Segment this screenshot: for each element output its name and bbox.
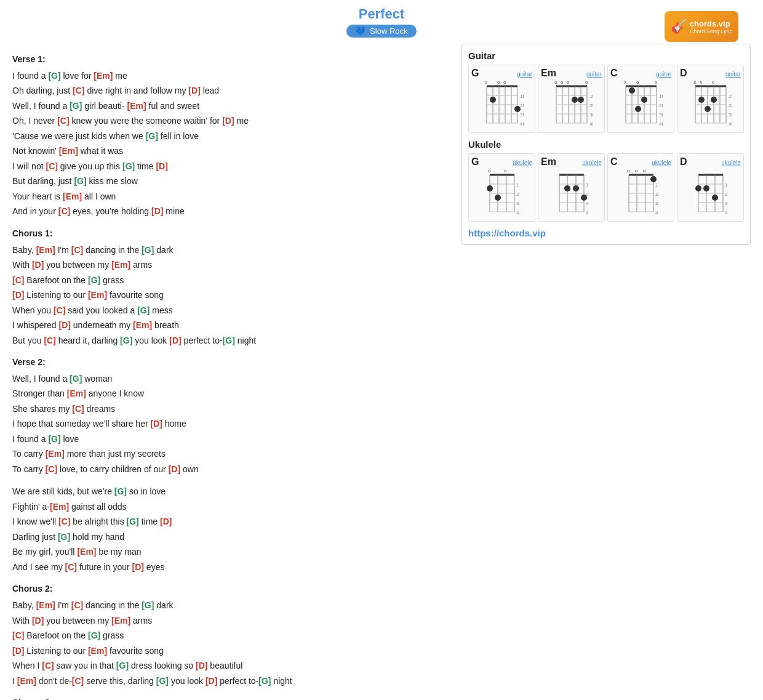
svg-text:2fr: 2fr xyxy=(516,191,519,197)
svg-text:o: o xyxy=(554,80,557,85)
svg-text:3fr: 3fr xyxy=(516,201,519,206)
chord-C-ukulele: C ukulele 1 xyxy=(607,153,674,222)
verse1-heading: Verse 1: xyxy=(12,52,449,67)
bridge-lyrics: We are still kids, but we're [G] so in l… xyxy=(12,484,449,574)
svg-point-58 xyxy=(641,97,647,103)
song-header: Perfect 💙 Slow Rock xyxy=(12,6,751,38)
lyric-line: [D] Listening to our [Em] favourite song xyxy=(12,643,449,659)
svg-text:3fr: 3fr xyxy=(655,201,658,206)
chord-box: Guitar G guitar xyxy=(461,44,751,245)
genre-badge: 💙 Slow Rock xyxy=(346,25,416,38)
lyric-line: And in your [C] eyes, you're holding [D]… xyxy=(12,204,449,219)
lyric-line: And I see my [C] future in your [D] eyes xyxy=(12,560,449,575)
svg-text:4fr: 4fr xyxy=(729,121,732,127)
lyric-line: We are still kids, but we're [G] so in l… xyxy=(12,484,449,499)
chord-Em-guitar: Em guitar xyxy=(538,65,605,133)
svg-text:o: o xyxy=(504,169,507,174)
lyric-line: But you [C] heard it, darling [G] you lo… xyxy=(12,333,449,348)
svg-text:o: o xyxy=(567,80,570,85)
lyric-line: With [D] you between my [Em] arms xyxy=(12,613,449,629)
chord-D-guitar: D guitar xyxy=(677,65,744,133)
svg-text:o: o xyxy=(585,80,588,85)
svg-text:3fr: 3fr xyxy=(725,201,728,206)
chord-column: Guitar G guitar xyxy=(461,44,751,700)
lyric-line: To carry [C] love, to carry children of … xyxy=(12,462,449,477)
svg-point-96 xyxy=(487,185,493,191)
svg-text:x: x xyxy=(700,80,703,85)
lyrics-column: Verse 1: I found a [G] love for [Em] meO… xyxy=(12,44,449,700)
lyric-line: When I [C] saw you in that [G] dress loo… xyxy=(12,658,449,674)
svg-text:o: o xyxy=(488,169,491,174)
lyric-line: I know we'll [C] be alright this [G] tim… xyxy=(12,514,449,529)
ukulele-label: Ukulele xyxy=(468,139,744,150)
chord-Em-ukulele: Em ukulele xyxy=(538,153,605,222)
svg-point-115 xyxy=(581,195,587,201)
svg-text:2fr: 2fr xyxy=(589,103,593,108)
lyric-line: Stronger than [Em] anyone I know xyxy=(12,386,449,401)
lyric-line: Darling just [G] hold my hand xyxy=(12,529,449,545)
svg-point-59 xyxy=(635,106,641,112)
svg-point-146 xyxy=(695,185,701,191)
svg-text:2fr: 2fr xyxy=(659,103,663,108)
lyric-line: [C] Barefoot on the [G] grass xyxy=(12,273,449,288)
svg-point-35 xyxy=(572,97,578,103)
svg-point-15 xyxy=(490,97,496,103)
lyric-line: I found a [G] love for [Em] me xyxy=(12,68,449,84)
svg-text:1fr: 1fr xyxy=(655,182,658,188)
lyric-line: I hope that someday we'll share her [D] … xyxy=(12,416,449,432)
lyric-line: Well, I found a [G] girl beauti- [Em] fu… xyxy=(12,99,449,114)
lyric-line: [C] Barefoot on the [G] grass xyxy=(12,628,449,643)
svg-text:3fr: 3fr xyxy=(589,112,593,118)
chord-D-ukulele: D ukulele 1 xyxy=(677,153,744,222)
svg-text:1fr: 1fr xyxy=(729,94,732,99)
lyric-line: Well, I found a [G] woman xyxy=(12,371,449,387)
svg-point-80 xyxy=(698,97,705,103)
verse2-heading: Verse 2: xyxy=(12,355,449,370)
svg-text:4fr: 4fr xyxy=(589,121,593,127)
svg-text:4fr: 4fr xyxy=(520,121,524,127)
svg-text:3fr: 3fr xyxy=(586,201,589,206)
song-title: Perfect xyxy=(12,6,751,22)
svg-text:o: o xyxy=(712,80,715,85)
lyric-line: 'Cause we were just kids when we [G] fel… xyxy=(12,129,449,144)
svg-text:o: o xyxy=(561,80,564,85)
lyric-line: Your heart is [Em] all I own xyxy=(12,189,449,204)
svg-point-82 xyxy=(705,106,711,112)
lyric-line: She shares my [C] dreams xyxy=(12,401,449,417)
lyric-line: Baby, [Em] I'm [C] dancing in the [G] da… xyxy=(12,598,449,613)
svg-text:3fr: 3fr xyxy=(659,112,663,118)
svg-text:3fr: 3fr xyxy=(729,112,732,118)
svg-point-57 xyxy=(629,87,635,94)
chord-url[interactable]: https://chords.vip xyxy=(468,228,744,238)
svg-text:o: o xyxy=(485,80,488,85)
svg-text:1fr: 1fr xyxy=(659,94,663,99)
lyric-line: Not knowin' [Em] what it was xyxy=(12,143,449,159)
chorus1-heading: Chorus 1: xyxy=(12,227,449,241)
chorus2-lyrics: Baby, [Em] I'm [C] dancing in the [G] da… xyxy=(12,598,449,688)
lyric-line: But darling, just [G] kiss me slow xyxy=(12,174,449,189)
lyric-line: Baby, [Em] I'm [C] dancing in the [G] da… xyxy=(12,243,449,258)
svg-text:o: o xyxy=(627,169,630,174)
svg-text:2fr: 2fr xyxy=(520,103,524,108)
lyric-line: I whispered [D] underneath my [Em] breat… xyxy=(12,318,449,333)
svg-point-147 xyxy=(703,185,709,191)
svg-point-129 xyxy=(650,176,657,182)
svg-text:x: x xyxy=(624,80,627,85)
svg-text:4fr: 4fr xyxy=(659,121,663,127)
svg-point-36 xyxy=(578,97,584,103)
lyric-line: I will not [C] give you up this [G] time… xyxy=(12,159,449,174)
svg-point-148 xyxy=(712,195,718,201)
lyric-line: Oh, I never [C] knew you were the someon… xyxy=(12,113,449,129)
svg-text:o: o xyxy=(497,80,500,85)
lyric-line: When you [C] said you looked a [G] mess xyxy=(12,303,449,318)
svg-text:3fr: 3fr xyxy=(520,112,524,118)
logo-text: chords.vip xyxy=(690,19,732,28)
svg-text:1fr: 1fr xyxy=(725,182,728,188)
lyric-line: I [Em] don't de-[C] serve this, darling … xyxy=(12,674,449,689)
svg-text:o: o xyxy=(643,169,646,174)
chorus2-heading: Chorus 2: xyxy=(12,582,449,597)
heart-icon: 💙 xyxy=(355,26,365,36)
guitar-chord-row: G guitar xyxy=(468,65,744,133)
svg-text:o: o xyxy=(503,80,506,85)
svg-point-114 xyxy=(573,185,579,191)
